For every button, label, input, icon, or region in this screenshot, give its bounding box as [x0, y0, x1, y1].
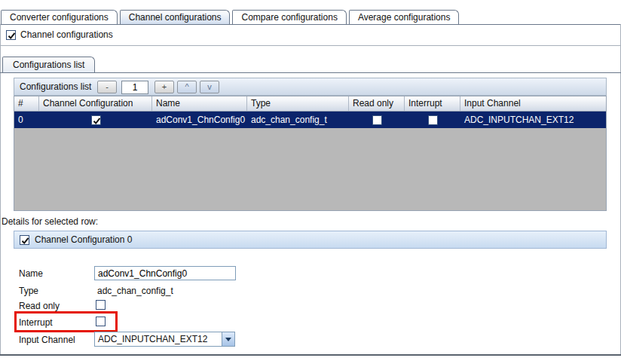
details-group-header: Channel Configuration 0 — [14, 231, 607, 249]
configurations-table: # Channel Configuration Name Type Read o… — [14, 96, 607, 211]
column-header-interrupt[interactable]: Interrupt — [405, 96, 460, 111]
move-up-button[interactable]: ^ — [177, 81, 197, 93]
cell-name: adConv1_ChnConfig0 — [152, 115, 247, 125]
cell-type: adc_chan_config_t — [247, 115, 349, 125]
cell-channel-configuration — [39, 115, 152, 125]
interrupt-label: Interrupt — [19, 317, 53, 328]
cell-interrupt — [405, 115, 460, 125]
details-group-title: Channel Configuration 0 — [35, 234, 132, 245]
details-caption: Details for selected row: — [2, 216, 98, 227]
column-header-type[interactable]: Type — [247, 96, 349, 111]
interrupt-checkbox[interactable] — [96, 317, 106, 326]
tab-folder-border — [0, 24, 621, 25]
row-read-only-checkbox[interactable] — [372, 115, 382, 125]
tab-bar: Converter configurations Channel configu… — [1, 10, 461, 25]
tab-label: Compare configurations — [241, 12, 337, 23]
column-header-label: Type — [251, 98, 271, 109]
tab-label: Average configurations — [358, 12, 451, 23]
column-header-label: Channel Configuration — [43, 98, 133, 109]
input-channel-label: Input Channel — [19, 335, 75, 345]
remove-row-button[interactable]: - — [97, 81, 117, 93]
bottom-separator — [0, 354, 621, 356]
tab-average-configurations[interactable]: Average configurations — [349, 10, 460, 25]
column-header-label: Interrupt — [408, 98, 442, 109]
read-only-label: Read only — [19, 301, 60, 311]
tab-label: Converter configurations — [10, 12, 109, 23]
app-window: Converter configurations Channel configu… — [0, 0, 621, 364]
tab-compare-configurations[interactable]: Compare configurations — [232, 10, 346, 25]
move-down-button[interactable]: v — [200, 81, 219, 93]
tab-label: Channel configurations — [129, 12, 222, 23]
tab-converter-configurations[interactable]: Converter configurations — [1, 10, 118, 25]
name-label: Name — [19, 268, 43, 279]
input-channel-value: ADC_INPUTCHAN_EXT12 — [95, 332, 222, 346]
table-empty-area — [14, 128, 607, 211]
tab-label: Configurations list — [13, 60, 84, 70]
dropdown-button[interactable] — [222, 332, 234, 346]
type-label: Type — [19, 286, 38, 296]
subtab-folder-border — [0, 72, 621, 73]
type-value: adc_chan_config_t — [97, 286, 173, 296]
cell-input-channel: ADC_INPUTCHAN_EXT12 — [460, 115, 606, 125]
column-header-input-channel[interactable]: Input Channel — [460, 96, 606, 111]
column-header-label: Name — [156, 98, 180, 109]
chevron-down-icon — [225, 338, 231, 341]
channel-configuration-0-checkbox[interactable] — [20, 235, 29, 245]
column-header-read-only[interactable]: Read only — [349, 96, 405, 111]
section-divider — [0, 45, 621, 46]
channel-configurations-checkbox[interactable] — [6, 30, 16, 40]
channel-configurations-toggle[interactable]: Channel configurations — [6, 29, 113, 40]
channel-configurations-label: Channel configurations — [20, 29, 113, 40]
configurations-list-title: Configurations list — [20, 81, 91, 92]
configurations-list-toolbar: Configurations list - + ^ v — [14, 78, 607, 96]
column-header-channel-configuration[interactable]: Channel Configuration — [39, 96, 152, 111]
name-input[interactable] — [94, 266, 236, 280]
tab-configurations-list[interactable]: Configurations list — [2, 57, 95, 72]
table-header-row: # Channel Configuration Name Type Read o… — [14, 96, 607, 112]
cell-read-only — [349, 115, 405, 125]
check-icon — [91, 115, 102, 125]
check-icon — [6, 30, 17, 41]
column-header-name[interactable]: Name — [152, 96, 247, 111]
row-channel-configuration-checkbox[interactable] — [91, 115, 101, 125]
row-interrupt-checkbox[interactable] — [428, 115, 438, 125]
column-header-label: Input Channel — [464, 98, 521, 109]
check-icon — [20, 235, 31, 246]
input-channel-select[interactable]: ADC_INPUTCHAN_EXT12 — [94, 332, 235, 347]
column-header-index[interactable]: # — [14, 96, 39, 111]
column-header-label: Read only — [353, 98, 393, 109]
add-row-button[interactable]: + — [154, 81, 174, 93]
row-count-input[interactable] — [121, 81, 148, 94]
column-header-label: # — [18, 98, 23, 109]
read-only-checkbox[interactable] — [96, 300, 106, 310]
cell-index: 0 — [14, 115, 39, 125]
table-row[interactable]: 0 adConv1_ChnConfig0 adc_chan_config_t A… — [14, 112, 607, 128]
tab-channel-configurations[interactable]: Channel configurations — [120, 10, 231, 25]
